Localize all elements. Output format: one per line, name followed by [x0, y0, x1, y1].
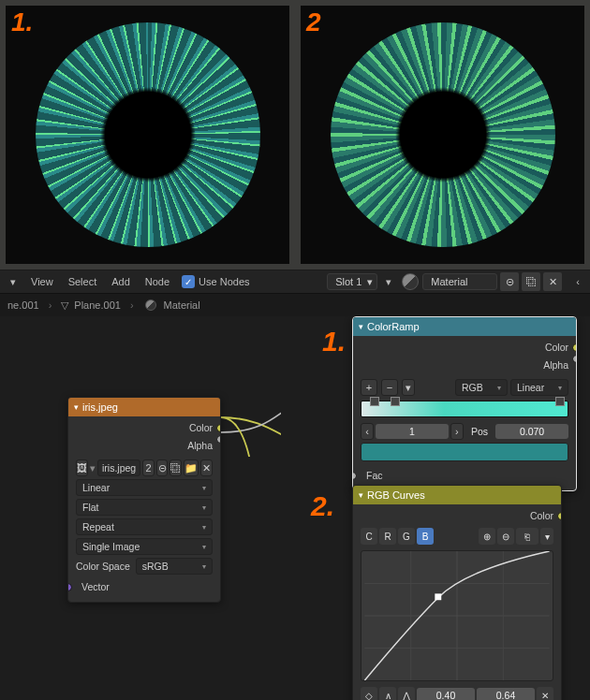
node-title: iris.jpeg	[82, 401, 118, 413]
breadcrumb: ne.001 › ▽ Plane.001 › Material	[0, 294, 590, 316]
menu-select[interactable]: Select	[62, 276, 104, 287]
breadcrumb-separator: ›	[126, 299, 138, 311]
dropdown-chevron-icon[interactable]: ▾	[4, 276, 22, 288]
vector-input-socket[interactable]	[67, 583, 72, 591]
stop-index-field[interactable]: 1	[376, 424, 449, 439]
ramp-stop[interactable]	[555, 397, 565, 406]
render-preview-2	[301, 6, 584, 264]
unlink-icon[interactable]: ✕	[200, 459, 213, 476]
handle-auto-clamped-icon[interactable]: ⋀	[398, 687, 415, 700]
use-nodes-toggle[interactable]: ✓ Use Nodes	[182, 275, 249, 288]
delete-point-icon[interactable]: ✕	[537, 687, 553, 700]
breadcrumb-separator: ›	[45, 299, 56, 311]
pos-label: Pos	[465, 426, 494, 437]
vector-input-label: Vector	[81, 581, 110, 592]
color-output-socket[interactable]	[572, 343, 577, 352]
curve-x-field[interactable]: 0.40	[417, 688, 475, 700]
color-output-socket[interactable]	[557, 512, 562, 520]
chevron-down-icon[interactable]: ▾	[90, 462, 96, 474]
channel-r-button[interactable]: R	[379, 528, 396, 545]
node-editor-header: ▾ View Select Add Node ✓ Use Nodes Slot …	[0, 270, 590, 294]
ramp-stop[interactable]	[391, 397, 400, 406]
node-header[interactable]: ▾ iris.jpeg	[68, 398, 220, 416]
menu-add[interactable]: Add	[105, 276, 137, 287]
ramp-interp-dropdown[interactable]: Linear▾	[510, 379, 568, 396]
use-nodes-label: Use Nodes	[199, 276, 249, 287]
curve-tools-dropdown[interactable]: ▾	[540, 528, 553, 545]
output-color-label: Color	[530, 510, 553, 521]
color-output-socket[interactable]	[216, 424, 221, 432]
remove-stop-button[interactable]: −	[381, 379, 398, 396]
user-count[interactable]: 2	[142, 459, 155, 476]
zoom-out-icon[interactable]: ⊖	[497, 528, 514, 545]
interpolation-dropdown[interactable]: Linear▾	[76, 479, 213, 496]
prev-stop-icon[interactable]: ‹	[361, 423, 374, 440]
node-title: RGB Curves	[367, 489, 425, 501]
material-preview-icon[interactable]	[402, 273, 419, 290]
slot-selector[interactable]: Slot 1	[327, 273, 377, 290]
shield-icon[interactable]: ⊝	[500, 272, 519, 291]
preview-panel-1: 1.	[0, 0, 295, 270]
menu-node[interactable]: Node	[139, 276, 176, 287]
zoom-in-icon[interactable]: ⊕	[479, 528, 495, 545]
fac-input-socket[interactable]	[352, 472, 357, 480]
ramp-mode-dropdown[interactable]: RGB▾	[455, 379, 508, 396]
extension-dropdown[interactable]: Repeat▾	[76, 518, 213, 535]
node-editor-canvas[interactable]: 1. 2. ▾ iris.jpeg Color Alpha 🖼 ▾ iris.j…	[0, 316, 590, 700]
curve-editor[interactable]	[361, 550, 553, 681]
chevron-left-icon[interactable]: ‹	[569, 276, 586, 287]
projection-dropdown[interactable]: Flat▾	[76, 499, 213, 516]
collapse-icon[interactable]: ▾	[359, 322, 363, 331]
menu-view[interactable]: View	[24, 276, 60, 287]
output-color-label: Color	[545, 342, 568, 353]
handle-vector-icon[interactable]: ∧	[379, 687, 396, 700]
channel-b-button[interactable]: B	[417, 528, 434, 545]
unlink-icon[interactable]: ✕	[543, 272, 562, 291]
output-color-label: Color	[189, 422, 213, 433]
image-browse-icon[interactable]: 🖼	[76, 459, 88, 476]
breadcrumb-object[interactable]: Plane.001	[74, 299, 121, 311]
collapse-icon[interactable]: ▾	[74, 402, 79, 412]
handle-auto-icon[interactable]: ◇	[361, 687, 377, 700]
clipping-icon[interactable]: ⎗	[516, 528, 538, 545]
channel-c-button[interactable]: C	[361, 528, 377, 545]
add-stop-button[interactable]: +	[361, 379, 377, 396]
alpha-output-socket[interactable]	[572, 355, 577, 363]
stop-color-swatch[interactable]	[361, 443, 568, 461]
node-header[interactable]: ▾ ColorRamp	[353, 317, 576, 336]
annotation-2: 2	[306, 7, 321, 37]
open-icon[interactable]: 📁	[184, 459, 199, 476]
fake-user-icon[interactable]: ⊝	[156, 459, 169, 476]
curve-y-field[interactable]: 0.64	[477, 688, 535, 700]
iris-texture-2	[331, 22, 555, 247]
ramp-tools-dropdown[interactable]: ▾	[402, 379, 415, 396]
preview-row: 1. 2	[0, 0, 590, 270]
source-dropdown[interactable]: Single Image▾	[76, 538, 213, 555]
channel-g-button[interactable]: G	[398, 528, 415, 545]
image-name-field[interactable]: iris.jpeg	[97, 459, 140, 476]
node-header[interactable]: ▾ RGB Curves	[353, 486, 561, 504]
next-stop-icon[interactable]: ›	[450, 423, 464, 440]
image-texture-node[interactable]: ▾ iris.jpeg Color Alpha 🖼 ▾ iris.jpeg 2 …	[67, 397, 221, 603]
color-space-dropdown[interactable]: sRGB▾	[136, 558, 213, 575]
new-icon[interactable]: ⿻	[170, 459, 182, 476]
pin-chevron-icon[interactable]: ▾	[379, 276, 398, 288]
color-ramp-gradient[interactable]	[361, 401, 568, 417]
node-title: ColorRamp	[367, 321, 420, 332]
pos-value-field[interactable]: 0.070	[495, 424, 568, 439]
rgb-curves-node[interactable]: ▾ RGB Curves Color C R G B ⊕ ⊖ ⎗ ▾	[352, 485, 562, 700]
ramp-stop[interactable]	[370, 397, 379, 406]
collapse-icon[interactable]: ▾	[359, 490, 363, 500]
copy-icon[interactable]: ⿻	[522, 272, 540, 291]
breadcrumb-material[interactable]: Material	[164, 299, 200, 311]
alpha-output-socket[interactable]	[216, 435, 221, 444]
color-space-label: Color Space	[76, 561, 130, 572]
mesh-icon: ▽	[61, 299, 68, 312]
canvas-annotation-1: 1.	[322, 326, 346, 357]
curve-control-point	[435, 593, 441, 600]
output-alpha-label: Alpha	[187, 440, 213, 451]
breadcrumb-scene[interactable]: ne.001	[7, 299, 39, 311]
colorramp-node[interactable]: ▾ ColorRamp Color Alpha + − ▾ RGB▾ Linea…	[352, 316, 577, 491]
fac-input-label: Fac	[366, 470, 383, 481]
material-name-field[interactable]: Material	[422, 273, 497, 290]
